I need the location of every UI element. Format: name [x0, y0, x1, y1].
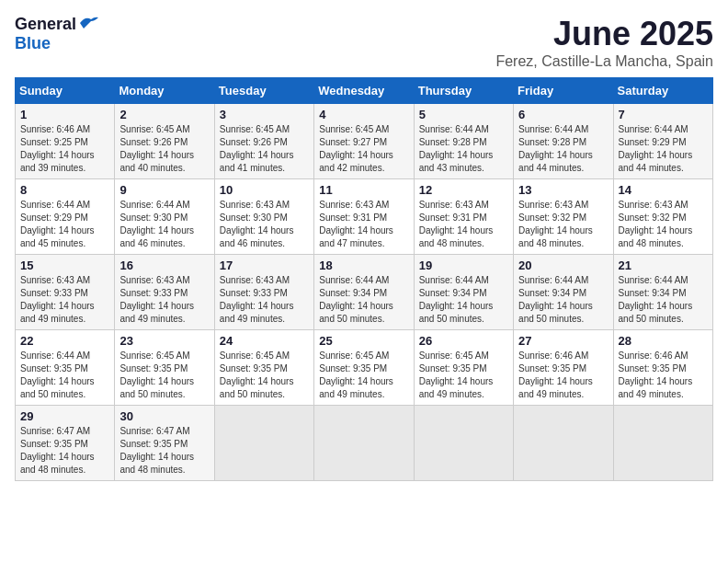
- calendar-day-cell: 17Sunrise: 6:43 AMSunset: 9:33 PMDayligh…: [214, 255, 313, 330]
- calendar-day-cell: 27Sunrise: 6:46 AMSunset: 9:35 PMDayligh…: [514, 330, 613, 406]
- day-info: Sunrise: 6:43 AMSunset: 9:33 PMDaylight:…: [220, 274, 309, 326]
- day-info: Sunrise: 6:43 AMSunset: 9:32 PMDaylight:…: [619, 199, 708, 250]
- day-info: Sunrise: 6:44 AMSunset: 9:29 PMDaylight:…: [619, 123, 708, 175]
- day-info: Sunrise: 6:45 AMSunset: 9:27 PMDaylight:…: [319, 123, 408, 175]
- day-number: 7: [619, 108, 708, 121]
- day-number: 6: [518, 108, 608, 121]
- calendar-table: SundayMondayTuesdayWednesdayThursdayFrid…: [15, 77, 713, 481]
- calendar-day-cell: 19Sunrise: 6:44 AMSunset: 9:34 PMDayligh…: [414, 255, 513, 330]
- day-number: 21: [619, 259, 708, 272]
- logo-blue: Blue: [15, 34, 51, 52]
- day-number: 4: [319, 108, 408, 121]
- logo-general: General: [15, 15, 76, 34]
- logo-bird-icon: [78, 16, 98, 30]
- day-info: Sunrise: 6:43 AMSunset: 9:33 PMDaylight:…: [20, 274, 109, 326]
- calendar-day-cell: 20Sunrise: 6:44 AMSunset: 9:34 PMDayligh…: [514, 255, 613, 330]
- calendar-week-row: 15Sunrise: 6:43 AMSunset: 9:33 PMDayligh…: [16, 255, 713, 330]
- day-info: Sunrise: 6:43 AMSunset: 9:31 PMDaylight:…: [419, 199, 508, 250]
- calendar-day-cell: [414, 406, 513, 481]
- day-number: 15: [20, 259, 109, 272]
- calendar-week-row: 22Sunrise: 6:44 AMSunset: 9:35 PMDayligh…: [16, 330, 713, 406]
- calendar-day-cell: 29Sunrise: 6:47 AMSunset: 9:35 PMDayligh…: [16, 406, 115, 481]
- day-info: Sunrise: 6:43 AMSunset: 9:31 PMDaylight:…: [319, 199, 408, 250]
- day-number: 5: [419, 108, 508, 121]
- calendar-weekday-header: Saturday: [613, 78, 712, 104]
- calendar-week-row: 8Sunrise: 6:44 AMSunset: 9:29 PMDaylight…: [16, 179, 713, 255]
- day-number: 14: [619, 183, 708, 197]
- calendar-day-cell: 4Sunrise: 6:45 AMSunset: 9:27 PMDaylight…: [314, 104, 414, 179]
- calendar-day-cell: 6Sunrise: 6:44 AMSunset: 9:28 PMDaylight…: [514, 104, 613, 179]
- day-number: 19: [419, 259, 508, 272]
- day-number: 9: [119, 183, 209, 197]
- calendar-day-cell: 24Sunrise: 6:45 AMSunset: 9:35 PMDayligh…: [214, 330, 313, 406]
- day-number: 2: [119, 108, 209, 121]
- day-number: 18: [319, 259, 408, 272]
- day-info: Sunrise: 6:45 AMSunset: 9:35 PMDaylight:…: [220, 350, 309, 401]
- day-info: Sunrise: 6:45 AMSunset: 9:35 PMDaylight:…: [119, 350, 209, 401]
- calendar-day-cell: 13Sunrise: 6:43 AMSunset: 9:32 PMDayligh…: [514, 179, 613, 255]
- day-info: Sunrise: 6:45 AMSunset: 9:35 PMDaylight:…: [419, 350, 508, 401]
- day-info: Sunrise: 6:45 AMSunset: 9:35 PMDaylight:…: [319, 350, 408, 401]
- calendar-weekday-header: Friday: [514, 78, 613, 104]
- location-title: Ferez, Castille-La Mancha, Spain: [495, 53, 713, 70]
- calendar-weekday-header: Monday: [115, 78, 214, 104]
- calendar-day-cell: 12Sunrise: 6:43 AMSunset: 9:31 PMDayligh…: [414, 179, 513, 255]
- calendar-day-cell: 22Sunrise: 6:44 AMSunset: 9:35 PMDayligh…: [16, 330, 115, 406]
- calendar-day-cell: 10Sunrise: 6:43 AMSunset: 9:30 PMDayligh…: [214, 179, 313, 255]
- day-number: 8: [20, 183, 109, 197]
- calendar-day-cell: 5Sunrise: 6:44 AMSunset: 9:28 PMDaylight…: [414, 104, 513, 179]
- day-info: Sunrise: 6:47 AMSunset: 9:35 PMDaylight:…: [119, 425, 209, 477]
- calendar-day-cell: [613, 406, 712, 481]
- day-number: 20: [518, 259, 608, 272]
- day-number: 30: [119, 409, 209, 423]
- day-number: 29: [20, 409, 109, 423]
- day-number: 22: [20, 334, 109, 348]
- calendar-day-cell: 8Sunrise: 6:44 AMSunset: 9:29 PMDaylight…: [16, 179, 115, 255]
- logo: General Blue: [15, 15, 98, 53]
- calendar-weekday-header: Tuesday: [214, 78, 313, 104]
- day-number: 1: [20, 108, 109, 121]
- calendar-day-cell: [514, 406, 613, 481]
- day-info: Sunrise: 6:44 AMSunset: 9:29 PMDaylight:…: [20, 199, 109, 250]
- calendar-day-cell: 26Sunrise: 6:45 AMSunset: 9:35 PMDayligh…: [414, 330, 513, 406]
- month-title: June 2025: [495, 15, 713, 53]
- calendar-day-cell: 23Sunrise: 6:45 AMSunset: 9:35 PMDayligh…: [115, 330, 214, 406]
- day-number: 26: [419, 334, 508, 348]
- day-number: 11: [319, 183, 408, 197]
- day-number: 12: [419, 183, 508, 197]
- calendar-day-cell: 14Sunrise: 6:43 AMSunset: 9:32 PMDayligh…: [613, 179, 712, 255]
- calendar-weekday-header: Sunday: [16, 78, 115, 104]
- day-info: Sunrise: 6:44 AMSunset: 9:28 PMDaylight:…: [518, 123, 608, 175]
- calendar-week-row: 1Sunrise: 6:46 AMSunset: 9:25 PMDaylight…: [16, 104, 713, 179]
- calendar-day-cell: 18Sunrise: 6:44 AMSunset: 9:34 PMDayligh…: [314, 255, 414, 330]
- day-info: Sunrise: 6:45 AMSunset: 9:26 PMDaylight:…: [119, 123, 209, 175]
- day-number: 10: [220, 183, 309, 197]
- day-number: 17: [220, 259, 309, 272]
- day-number: 23: [119, 334, 209, 348]
- calendar-day-cell: 9Sunrise: 6:44 AMSunset: 9:30 PMDaylight…: [115, 179, 214, 255]
- calendar-day-cell: [314, 406, 414, 481]
- calendar-header-row: SundayMondayTuesdayWednesdayThursdayFrid…: [16, 78, 713, 104]
- calendar-day-cell: 25Sunrise: 6:45 AMSunset: 9:35 PMDayligh…: [314, 330, 414, 406]
- calendar-day-cell: 11Sunrise: 6:43 AMSunset: 9:31 PMDayligh…: [314, 179, 414, 255]
- day-info: Sunrise: 6:44 AMSunset: 9:28 PMDaylight:…: [419, 123, 508, 175]
- day-info: Sunrise: 6:44 AMSunset: 9:34 PMDaylight:…: [518, 274, 608, 326]
- day-number: 24: [220, 334, 309, 348]
- day-number: 28: [619, 334, 708, 348]
- calendar-day-cell: 15Sunrise: 6:43 AMSunset: 9:33 PMDayligh…: [16, 255, 115, 330]
- day-number: 3: [220, 108, 309, 121]
- calendar-week-row: 29Sunrise: 6:47 AMSunset: 9:35 PMDayligh…: [16, 406, 713, 481]
- calendar-weekday-header: Thursday: [414, 78, 513, 104]
- calendar-body: 1Sunrise: 6:46 AMSunset: 9:25 PMDaylight…: [16, 104, 713, 481]
- day-number: 27: [518, 334, 608, 348]
- day-number: 25: [319, 334, 408, 348]
- day-info: Sunrise: 6:45 AMSunset: 9:26 PMDaylight:…: [220, 123, 309, 175]
- day-info: Sunrise: 6:44 AMSunset: 9:34 PMDaylight:…: [319, 274, 408, 326]
- day-info: Sunrise: 6:43 AMSunset: 9:33 PMDaylight:…: [119, 274, 209, 326]
- day-info: Sunrise: 6:47 AMSunset: 9:35 PMDaylight:…: [20, 425, 109, 477]
- day-info: Sunrise: 6:44 AMSunset: 9:30 PMDaylight:…: [119, 199, 209, 250]
- title-area: June 2025 Ferez, Castille-La Mancha, Spa…: [495, 15, 713, 70]
- day-info: Sunrise: 6:46 AMSunset: 9:25 PMDaylight:…: [20, 123, 109, 175]
- day-number: 16: [119, 259, 209, 272]
- calendar-day-cell: [214, 406, 313, 481]
